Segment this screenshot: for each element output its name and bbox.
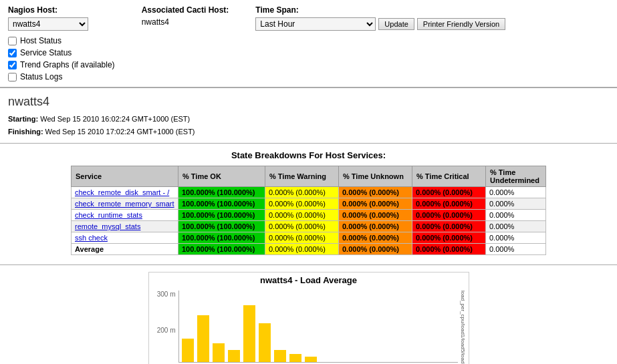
service-link[interactable]: ssh check bbox=[75, 234, 108, 242]
chart-title: nwatts4 - Load Average bbox=[149, 272, 469, 287]
nagios-host-field: Nagios Host: nwatts4 Host Status Service… bbox=[8, 5, 115, 81]
cacti-host-field: Associated Cacti Host: nwatts4 bbox=[142, 5, 229, 27]
host-name: nwatts4 bbox=[8, 95, 609, 109]
host-section: nwatts4 Starting: Wed Sep 15 2010 16:02:… bbox=[0, 88, 617, 140]
cacti-host-label: Associated Cacti Host: bbox=[142, 5, 229, 15]
col-header-critical: % Time Critical bbox=[412, 166, 486, 187]
host-status-checkbox-label[interactable]: Host Status bbox=[8, 36, 115, 45]
top-bar: Nagios Host: nwatts4 Host Status Service… bbox=[0, 0, 617, 87]
service-link[interactable]: check_runtime_stats bbox=[75, 211, 142, 219]
printer-friendly-button[interactable]: Printer Friendly Version bbox=[417, 18, 505, 30]
status-logs-label: Status Logs bbox=[20, 72, 62, 81]
update-button[interactable]: Update bbox=[378, 18, 414, 30]
col-header-service: Service bbox=[72, 166, 178, 187]
service-link[interactable]: check_remote_memory_smart bbox=[75, 200, 174, 208]
y-label-300: 300 m bbox=[157, 291, 176, 298]
chart-bar bbox=[213, 343, 225, 362]
chart-bar bbox=[289, 354, 301, 362]
cacti-host-value: nwatts4 bbox=[142, 17, 229, 27]
y-label-200: 200 m bbox=[157, 327, 176, 334]
trend-graphs-checkbox-label[interactable]: Trend Graphs (if available) bbox=[8, 60, 115, 69]
host-status-label: Host Status bbox=[20, 36, 61, 45]
finishing-value: Wed Sep 15 2010 17:02:24 GMT+1000 (EST) bbox=[45, 128, 195, 136]
starting-value: Wed Sep 15 2010 16:02:24 GMT+1000 (EST) bbox=[40, 115, 190, 123]
nagios-host-label: Nagios Host: bbox=[8, 5, 115, 15]
chart-y-axis: 300 m 200 m bbox=[149, 287, 178, 364]
service-table: Service % Time OK % Time Warning % Time … bbox=[71, 166, 546, 255]
nagios-host-select-wrapper[interactable]: nwatts4 bbox=[8, 17, 115, 31]
chart-right-label: load_per_cpu/load1/load5/load15 bbox=[458, 287, 469, 364]
average-row: Average 100.000% (100.000%) 0.000% (0.00… bbox=[72, 244, 546, 255]
col-header-undetermined: % Time Undetermined bbox=[486, 166, 546, 187]
service-status-checkbox-label[interactable]: Service Status bbox=[8, 48, 115, 57]
starting-line: Starting: Wed Sep 15 2010 16:02:24 GMT+1… bbox=[8, 113, 609, 126]
col-header-ok: % Time OK bbox=[178, 166, 265, 187]
chart-bar bbox=[259, 323, 271, 362]
service-status-label: Service Status bbox=[20, 48, 72, 57]
time-span-field: Time Span: Last Hour Update Printer Frie… bbox=[255, 5, 505, 31]
chart-bar bbox=[305, 357, 317, 362]
chart-bar bbox=[243, 305, 255, 362]
finishing-line: Finishing: Wed Sep 15 2010 17:02:24 GMT+… bbox=[8, 126, 609, 138]
host-status-checkbox[interactable] bbox=[8, 37, 17, 45]
service-status-checkbox[interactable] bbox=[8, 49, 17, 57]
finishing-label: Finishing: bbox=[8, 128, 43, 136]
time-span-label: Time Span: bbox=[255, 5, 505, 15]
table-row: check_runtime_stats 100.000% (100.000%) … bbox=[72, 210, 546, 221]
time-span-select[interactable]: Last Hour bbox=[255, 17, 376, 31]
host-times: Starting: Wed Sep 15 2010 16:02:24 GMT+1… bbox=[8, 113, 609, 138]
col-header-unknown: % Time Unknown bbox=[339, 166, 412, 187]
chart-body: 300 m 200 m load_per_cpu/load1/load5/loa… bbox=[149, 287, 469, 364]
state-title: State Breakdowns For Host Services: bbox=[8, 150, 609, 160]
status-logs-checkbox[interactable] bbox=[8, 73, 17, 81]
chart-bar bbox=[197, 315, 209, 362]
chart-container: nwatts4 - Load Average 300 m 200 m load_… bbox=[148, 272, 469, 364]
service-link[interactable]: check_remote_disk_smart - / bbox=[75, 188, 169, 196]
trend-graphs-checkbox[interactable] bbox=[8, 61, 17, 69]
chart-area bbox=[178, 291, 458, 363]
chart-bar bbox=[228, 350, 240, 362]
table-row: check_remote_disk_smart - / 100.000% (10… bbox=[72, 187, 546, 198]
checkbox-group: Host Status Service Status Trend Graphs … bbox=[8, 36, 115, 81]
chart-section: nwatts4 - Load Average 300 m 200 m load_… bbox=[0, 265, 617, 364]
nagios-host-select[interactable]: nwatts4 bbox=[8, 17, 88, 31]
starting-label: Starting: bbox=[8, 115, 38, 123]
table-row: ssh check 100.000% (100.000%) 0.000% (0.… bbox=[72, 232, 546, 244]
trend-graphs-label: Trend Graphs (if available) bbox=[20, 60, 115, 69]
chart-bar bbox=[182, 339, 194, 362]
table-row: remote_mysql_stats 100.000% (100.000%) 0… bbox=[72, 221, 546, 232]
chart-bar bbox=[274, 350, 286, 362]
status-logs-checkbox-label[interactable]: Status Logs bbox=[8, 72, 115, 81]
service-link[interactable]: remote_mysql_stats bbox=[75, 222, 140, 230]
col-header-warning: % Time Warning bbox=[265, 166, 339, 187]
table-row: check_remote_memory_smart 100.000% (100.… bbox=[72, 198, 546, 210]
state-section: State Breakdowns For Host Services: Serv… bbox=[0, 144, 617, 262]
